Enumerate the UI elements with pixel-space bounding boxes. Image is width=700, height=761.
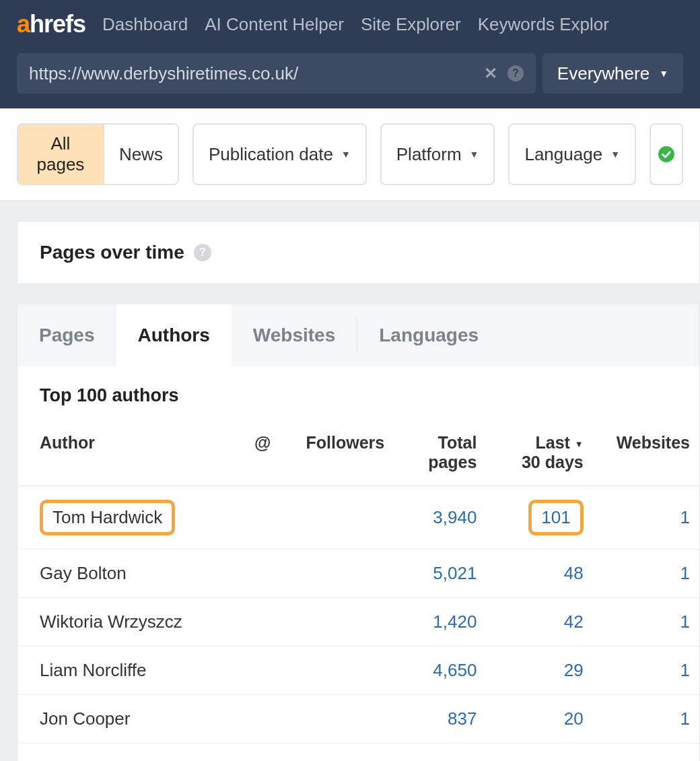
tab-websites[interactable]: Websites xyxy=(232,304,357,366)
col-total-pages[interactable]: Totalpages xyxy=(394,420,486,486)
at-cell xyxy=(238,598,280,647)
at-cell xyxy=(238,695,280,743)
total-pages-cell[interactable]: 5,021 xyxy=(394,550,486,598)
svg-point-0 xyxy=(658,146,674,162)
followers-cell xyxy=(280,695,394,743)
author-cell[interactable]: Gay Bolton xyxy=(18,550,238,598)
last-30-days-cell[interactable]: 29 xyxy=(486,647,592,695)
filter-bar: All pages News Publication date ▼ Platfo… xyxy=(0,108,700,201)
tab-authors[interactable]: Authors xyxy=(116,304,232,366)
chevron-down-icon: ▼ xyxy=(659,68,668,79)
followers-cell xyxy=(280,598,394,647)
clear-icon[interactable]: ✕ xyxy=(484,64,497,83)
nav-ai-content-helper[interactable]: AI Content Helper xyxy=(205,14,344,35)
nav-site-explorer[interactable]: Site Explorer xyxy=(361,14,461,35)
url-input-wrap: ✕ ? xyxy=(17,53,536,94)
author-cell[interactable]: Jon Cooper xyxy=(18,695,238,743)
followers-cell xyxy=(280,743,394,762)
filter-label: Platform xyxy=(396,144,462,165)
table-row: Gay Bolton5,021481 xyxy=(18,550,699,598)
nav-dashboard[interactable]: Dashboard xyxy=(102,14,188,35)
last-30-days-cell[interactable]: 48 xyxy=(486,550,592,598)
total-pages-cell[interactable]: 837 xyxy=(394,695,486,743)
tabs-row: Pages Authors Websites Languages xyxy=(18,304,699,366)
content-area: Pages over time ? Pages Authors Websites… xyxy=(0,201,700,761)
table-row: Ben McVay1,27111 xyxy=(18,743,699,762)
authors-panel: Pages Authors Websites Languages Top 100… xyxy=(17,304,700,761)
nav-keywords-explorer[interactable]: Keywords Explor xyxy=(478,14,609,35)
websites-cell[interactable]: 1 xyxy=(593,598,699,647)
total-pages-cell[interactable]: 4,650 xyxy=(394,647,486,695)
table-row: Liam Norcliffe4,650291 xyxy=(18,647,699,695)
websites-cell[interactable]: 1 xyxy=(593,550,699,598)
help-icon[interactable]: ? xyxy=(508,65,524,81)
chevron-down-icon: ▼ xyxy=(341,149,351,160)
scope-dropdown[interactable]: Everywhere ▼ xyxy=(542,53,683,94)
author-cell[interactable]: Tom Hardwick xyxy=(18,486,238,550)
segment-group: All pages News xyxy=(17,123,179,185)
url-input[interactable] xyxy=(29,63,474,84)
table-row: Wiktoria Wrzyszcz1,420421 xyxy=(18,598,699,647)
col-websites[interactable]: Websites xyxy=(593,420,699,486)
col-at[interactable]: @ xyxy=(238,420,280,486)
table-row: Tom Hardwick3,9401011 xyxy=(18,486,699,550)
col-author[interactable]: Author xyxy=(18,420,238,486)
help-icon[interactable]: ? xyxy=(194,244,211,261)
tab-pages[interactable]: Pages xyxy=(18,304,116,366)
last-30-days-cell[interactable]: 20 xyxy=(486,695,592,743)
app-header: ahrefs Dashboard AI Content Helper Site … xyxy=(0,0,700,108)
last-30-days-cell[interactable]: 42 xyxy=(486,598,592,647)
websites-cell[interactable]: 1 xyxy=(593,647,699,695)
total-pages-cell[interactable]: 3,940 xyxy=(394,486,486,550)
chevron-down-icon: ▼ xyxy=(610,149,620,160)
followers-cell xyxy=(280,486,394,550)
filter-publication-date[interactable]: Publication date ▼ xyxy=(193,123,367,185)
at-cell xyxy=(238,486,280,550)
websites-cell[interactable]: 1 xyxy=(593,695,699,743)
websites-cell[interactable]: 1 xyxy=(593,486,699,550)
at-cell xyxy=(238,647,280,695)
table-row: Jon Cooper837201 xyxy=(18,695,699,743)
filter-platform[interactable]: Platform ▼ xyxy=(380,123,495,185)
at-cell xyxy=(238,550,280,598)
pages-over-time-panel: Pages over time ? xyxy=(17,221,700,284)
panel-title: Pages over time xyxy=(40,242,184,263)
segment-all-pages[interactable]: All pages xyxy=(18,125,103,184)
tab-languages[interactable]: Languages xyxy=(357,304,500,366)
filter-label: Language xyxy=(524,144,602,165)
last-30-days-cell[interactable]: 101 xyxy=(486,486,592,550)
filter-language[interactable]: Language ▼ xyxy=(508,123,636,185)
websites-cell[interactable]: 1 xyxy=(593,743,699,762)
author-cell[interactable]: Ben McVay xyxy=(18,743,238,762)
ahrefs-logo[interactable]: ahrefs xyxy=(17,10,85,38)
top-nav: ahrefs Dashboard AI Content Helper Site … xyxy=(0,0,700,45)
scope-label: Everywhere xyxy=(557,63,650,84)
filter-label: Publication date xyxy=(209,144,333,165)
check-circle-icon xyxy=(658,145,675,163)
total-pages-cell[interactable]: 1,420 xyxy=(394,598,486,647)
col-last-30-days[interactable]: Last ▼30 days xyxy=(486,420,592,486)
segment-news[interactable]: News xyxy=(103,125,178,184)
authors-table: Author @ Followers Totalpages Last ▼30 d… xyxy=(18,420,699,761)
at-cell xyxy=(238,743,280,762)
followers-cell xyxy=(280,647,394,695)
total-pages-cell[interactable]: 1,271 xyxy=(394,743,486,762)
search-row: ✕ ? Everywhere ▼ xyxy=(0,45,700,108)
sort-desc-icon: ▼ xyxy=(575,439,584,449)
last-30-days-cell[interactable]: 1 xyxy=(486,743,592,762)
chevron-down-icon: ▼ xyxy=(470,149,479,160)
author-cell[interactable]: Liam Norcliffe xyxy=(18,647,238,695)
followers-cell xyxy=(280,550,394,598)
col-followers[interactable]: Followers xyxy=(280,420,394,486)
apply-button[interactable] xyxy=(650,123,683,185)
section-subheader: Top 100 authors xyxy=(18,366,699,420)
author-cell[interactable]: Wiktoria Wrzyszcz xyxy=(18,598,238,647)
